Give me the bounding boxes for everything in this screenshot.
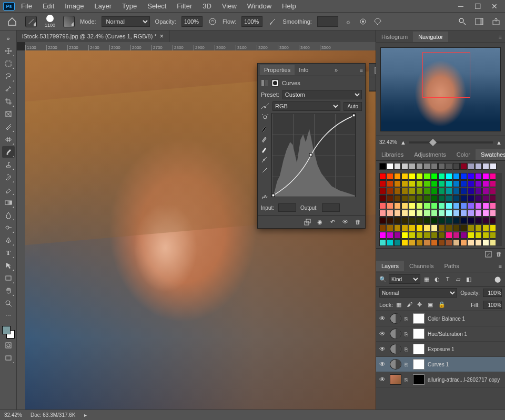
layer-row[interactable]: 👁⎘Hue/Saturation 1 [376, 326, 505, 342]
swatch[interactable] [379, 217, 386, 224]
swatch[interactable] [394, 232, 401, 239]
swatch[interactable] [423, 202, 430, 209]
blur-tool[interactable] [2, 209, 15, 221]
swatch[interactable] [468, 202, 474, 209]
tab-color[interactable]: Color [451, 149, 476, 160]
swatch[interactable] [468, 217, 474, 224]
search-icon[interactable] [458, 17, 467, 26]
swatch[interactable] [379, 202, 386, 209]
swatch[interactable] [438, 173, 445, 180]
swatch[interactable] [431, 217, 438, 224]
filter-type-icon[interactable]: T [443, 275, 452, 283]
swatch[interactable] [416, 188, 423, 194]
swatch[interactable] [401, 239, 408, 246]
pressure-size-icon[interactable] [358, 17, 368, 26]
zoom-in-icon[interactable]: ▲ [496, 139, 502, 146]
layer-name[interactable]: Color Balance 1 [428, 316, 502, 322]
swatch[interactable] [379, 239, 386, 246]
swatch[interactable] [387, 224, 393, 231]
layer-mask-thumbnail[interactable] [413, 344, 425, 354]
swatch[interactable] [482, 224, 489, 231]
swatch[interactable] [394, 217, 401, 224]
swatch[interactable] [409, 210, 416, 217]
smoothing-input[interactable] [317, 16, 338, 27]
swatch[interactable] [431, 239, 438, 246]
document-tab[interactable]: iStock-531799796.jpg @ 32.4% (Curves 1, … [17, 30, 169, 42]
clip-histogram-icon[interactable] [261, 193, 269, 200]
swatch[interactable] [438, 180, 445, 187]
clip-to-layer-icon[interactable] [303, 218, 311, 226]
swatch[interactable] [438, 239, 445, 246]
edit-toolbar-icon[interactable]: ⋯ [2, 310, 15, 322]
swatch[interactable] [409, 173, 416, 180]
channel-select[interactable]: RGB [272, 101, 340, 111]
swatch[interactable] [387, 202, 393, 209]
smoothing-options-icon[interactable]: ☼ [344, 17, 353, 26]
zoom-tool[interactable] [2, 298, 15, 309]
swatch[interactable] [423, 180, 430, 187]
swatch[interactable] [438, 217, 445, 224]
filter-shape-icon[interactable]: ▱ [454, 275, 462, 283]
swatch[interactable] [446, 163, 452, 170]
brush-preset-picker[interactable]: 1100 [42, 15, 58, 28]
adjustment-thumbnail[interactable] [390, 359, 401, 370]
swatch[interactable] [468, 180, 474, 187]
layer-row[interactable]: 👁⎘alluring-attrac...l-2602717 copy [376, 372, 505, 387]
swatch[interactable] [475, 195, 482, 202]
panel-collapse-icon[interactable]: » [335, 67, 338, 73]
swatch[interactable] [416, 210, 423, 217]
dock-info-icon[interactable]: i [369, 77, 376, 91]
swatch[interactable] [387, 210, 393, 217]
swatch[interactable] [416, 232, 423, 239]
symmetry-icon[interactable] [373, 17, 382, 26]
flow-input[interactable] [241, 16, 262, 27]
adjustment-thumbnail[interactable] [390, 329, 401, 339]
draw-curve-icon[interactable] [261, 167, 269, 174]
swatch[interactable] [482, 180, 489, 187]
menu-3d[interactable]: 3D [198, 1, 216, 12]
swatch[interactable] [387, 239, 393, 246]
swatch[interactable] [475, 232, 482, 239]
close-tab-icon[interactable]: × [160, 33, 164, 40]
swatch[interactable] [394, 224, 401, 231]
status-doc-info[interactable]: Doc: 63.3M/317.6K [31, 412, 76, 418]
share-icon[interactable] [491, 17, 501, 26]
swatch[interactable] [416, 195, 423, 202]
menu-image[interactable]: Image [60, 1, 88, 12]
brush-panel-toggle[interactable] [63, 16, 75, 27]
swatch[interactable] [423, 188, 430, 194]
swatch[interactable] [379, 163, 386, 170]
swatch[interactable] [416, 224, 423, 231]
visibility-icon[interactable]: 👁 [379, 330, 387, 337]
swatch[interactable] [475, 163, 482, 170]
swatch[interactable] [446, 232, 452, 239]
delete-adjustment-icon[interactable]: 🗑 [354, 218, 362, 226]
menu-file[interactable]: File [17, 1, 36, 12]
swatch[interactable] [490, 239, 497, 246]
swatch[interactable] [401, 232, 408, 239]
swatch[interactable] [460, 239, 467, 246]
filter-kind-select[interactable]: Kind [389, 274, 420, 284]
swatch[interactable] [446, 180, 452, 187]
swatch[interactable] [416, 202, 423, 209]
swatch[interactable] [460, 232, 467, 239]
swatch[interactable] [423, 224, 430, 231]
swatch[interactable] [460, 173, 467, 180]
swatch[interactable] [482, 217, 489, 224]
swatch[interactable] [431, 224, 438, 231]
mask-icon[interactable] [271, 79, 279, 87]
filter-pixel-icon[interactable]: ▦ [422, 275, 431, 283]
tab-layers[interactable]: Layers [376, 261, 404, 271]
auto-button[interactable]: Auto [344, 102, 362, 111]
clone-stamp-tool[interactable] [2, 159, 15, 170]
swatch[interactable] [453, 217, 460, 224]
tab-adjustments[interactable]: Adjustments [409, 149, 451, 160]
swatch[interactable] [490, 180, 497, 187]
swatch[interactable] [490, 217, 497, 224]
layer-name[interactable]: Hue/Saturation 1 [428, 331, 502, 337]
menu-edit[interactable]: Edit [38, 1, 58, 12]
toggle-visibility-icon[interactable]: 👁 [341, 218, 349, 226]
swatch[interactable] [423, 163, 430, 170]
swatch[interactable] [453, 173, 460, 180]
tab-libraries[interactable]: Libraries [376, 149, 409, 160]
